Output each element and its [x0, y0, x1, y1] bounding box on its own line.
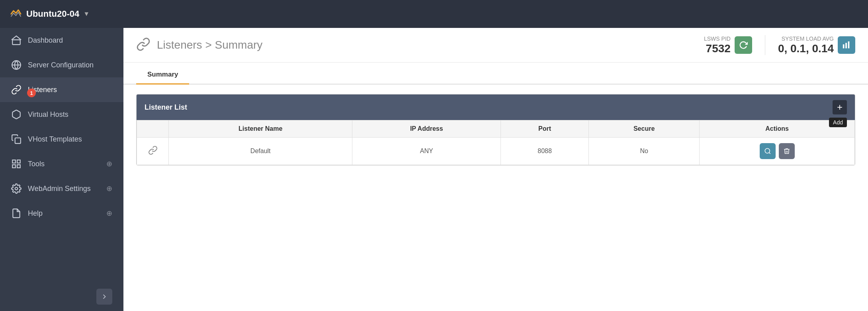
svg-rect-6	[17, 165, 20, 168]
webadmin-expand-icon: ⊕	[106, 184, 112, 193]
tab-bar: Summary	[123, 66, 868, 85]
svg-rect-9	[845, 43, 847, 49]
sidebar-item-help[interactable]: Help ⊕	[0, 201, 123, 226]
row-ip: ANY	[352, 138, 501, 165]
collapse-icon	[100, 293, 108, 301]
col-listener-name: Listener Name	[169, 120, 352, 138]
table-head: Listener Name IP Address Port Secure Act…	[137, 120, 855, 138]
table-header-row: Listener Name IP Address Port Secure Act…	[137, 120, 855, 138]
grid-icon	[11, 159, 22, 169]
svg-rect-3	[12, 160, 16, 163]
sidebar-item-webadmin-settings[interactable]: WebAdmin Settings ⊕	[0, 176, 123, 201]
cube-icon	[11, 109, 22, 120]
chart-button[interactable]	[838, 36, 855, 54]
copy-icon	[11, 134, 22, 144]
main-layout: Dashboard Server Configuration Listeners…	[0, 28, 868, 311]
help-expand-icon: ⊕	[106, 209, 112, 218]
svg-point-11	[765, 148, 770, 153]
col-icon	[137, 120, 169, 138]
add-tooltip: Add	[829, 118, 847, 127]
reload-icon	[739, 41, 748, 49]
topbar: Ubuntu20-04 ▼	[0, 0, 868, 28]
svg-point-7	[15, 187, 18, 190]
row-icon-cell	[137, 138, 169, 165]
lsws-pid-value: 7532	[704, 42, 731, 55]
doc-icon	[11, 208, 22, 218]
listener-table: Listener Name IP Address Port Secure Act…	[137, 120, 855, 165]
delete-icon	[783, 148, 790, 155]
listeners-title-icon	[136, 37, 151, 51]
tab-summary[interactable]: Summary	[136, 66, 189, 85]
row-secure: No	[589, 138, 700, 165]
sidebar-label-webadmin-settings: WebAdmin Settings	[28, 185, 91, 193]
row-link-icon	[148, 146, 158, 155]
svg-rect-5	[12, 165, 16, 168]
page-title-icon	[136, 37, 151, 53]
globe-icon	[11, 60, 22, 70]
table-container: Listener List ↓ 2 + Add	[136, 94, 855, 165]
sidebar-label-server-config: Server Configuration	[28, 61, 94, 69]
delete-button[interactable]	[779, 143, 795, 159]
row-actions	[700, 138, 855, 165]
view-icon	[764, 148, 771, 155]
lsws-pid-block: LSWS PID 7532	[704, 35, 752, 55]
gear-icon	[11, 183, 22, 194]
tools-expand-icon: ⊕	[106, 159, 112, 168]
sidebar-item-server-config[interactable]: Server Configuration	[0, 53, 123, 77]
brand-name: Ubuntu20-04	[26, 9, 79, 19]
table-row: Default ANY 8088 No	[137, 138, 855, 165]
content-header: Listeners > Summary LSWS PID 7532	[123, 28, 868, 63]
system-load-label: SYSTEM LOAD AVG	[778, 35, 834, 42]
sidebar-item-dashboard[interactable]: Dashboard	[0, 28, 123, 53]
view-button[interactable]	[760, 143, 776, 159]
listeners-badge: 1	[27, 89, 36, 97]
table-section: Listener List ↓ 2 + Add	[123, 85, 868, 311]
header-stats: LSWS PID 7532 SYSTEM LOAD AVG 0, 0.1, 0.…	[704, 35, 855, 55]
chevron-down-icon: ▼	[83, 10, 90, 18]
listener-list-title: Listener List	[145, 103, 187, 112]
home-icon	[11, 35, 22, 45]
link-icon-sidebar	[11, 85, 22, 95]
sidebar-item-vhost-templates[interactable]: VHost Templates	[0, 127, 123, 152]
svg-rect-4	[17, 160, 20, 163]
row-port: 8088	[501, 138, 589, 165]
chart-icon	[842, 41, 851, 49]
svg-rect-8	[843, 44, 845, 48]
page-title-area: Listeners > Summary	[136, 37, 262, 53]
sidebar-label-vhost-templates: VHost Templates	[28, 135, 82, 144]
col-ip-address: IP Address	[352, 120, 501, 138]
stat-divider	[765, 35, 765, 55]
brand-icon	[10, 8, 22, 20]
svg-rect-0	[12, 40, 20, 45]
content: Listeners > Summary LSWS PID 7532	[123, 28, 868, 311]
sidebar-bottom	[0, 282, 123, 311]
system-load-block: SYSTEM LOAD AVG 0, 0.1, 0.14	[778, 35, 855, 55]
sidebar-label-virtual-hosts: Virtual Hosts	[28, 110, 68, 119]
action-buttons	[706, 143, 848, 159]
sidebar: Dashboard Server Configuration Listeners…	[0, 28, 123, 311]
sidebar-label-tools: Tools	[28, 160, 45, 168]
svg-rect-2	[15, 138, 21, 144]
row-listener-name: Default	[169, 138, 352, 165]
sidebar-item-tools[interactable]: Tools ⊕	[0, 152, 123, 176]
sidebar-collapse-button[interactable]	[96, 289, 112, 305]
reload-button[interactable]	[735, 36, 752, 54]
col-port: Port	[501, 120, 589, 138]
add-btn-wrapper: ↓ 2 + Add	[833, 100, 847, 114]
sidebar-item-virtual-hosts[interactable]: Virtual Hosts	[0, 102, 123, 127]
sidebar-label-dashboard: Dashboard	[28, 36, 63, 45]
svg-rect-10	[848, 41, 850, 48]
sidebar-item-listeners[interactable]: Listeners 1 ←	[0, 77, 123, 102]
svg-line-12	[769, 153, 770, 154]
page-title: Listeners > Summary	[157, 39, 262, 51]
brand-logo[interactable]: Ubuntu20-04 ▼	[10, 8, 90, 20]
sidebar-label-help: Help	[28, 209, 43, 218]
table-body: Default ANY 8088 No	[137, 138, 855, 165]
content-wrapper: Listeners > Summary LSWS PID 7532	[123, 28, 868, 311]
col-secure: Secure	[589, 120, 700, 138]
system-load-value: 0, 0.1, 0.14	[778, 42, 834, 55]
listener-list-header: Listener List ↓ 2 + Add	[137, 94, 855, 120]
lsws-pid-label: LSWS PID	[704, 35, 731, 42]
add-listener-button[interactable]: + Add	[833, 100, 847, 114]
